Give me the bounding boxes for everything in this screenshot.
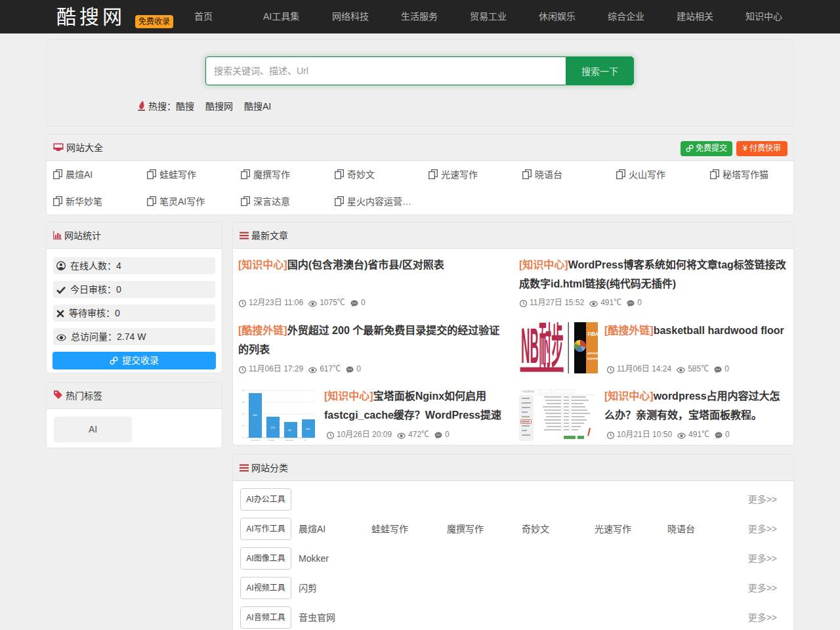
svg-text:0: 0 [243, 436, 244, 439]
svg-text:FIBA: FIBA [588, 331, 598, 337]
svg-text:opcache: opcache [285, 439, 293, 442]
svg-text:APPRVD: APPRVD [587, 352, 598, 355]
svg-text:EQUIPMT: EQUIPMT [587, 357, 598, 360]
svg-text:110: 110 [306, 427, 310, 430]
svg-text:98: 98 [288, 429, 291, 432]
svg-text:40: 40 [242, 389, 245, 392]
svg-text:30: 30 [242, 401, 245, 404]
svg-text:20: 20 [242, 413, 245, 415]
svg-text:□ 网站根目录: □ 网站根目录 [521, 390, 535, 393]
svg-text:all: all [304, 439, 306, 442]
svg-text:345: 345 [253, 413, 257, 417]
svg-text:fastcgi: fastcgi [268, 439, 275, 442]
svg-text:123: 123 [270, 426, 275, 429]
svg-text:no cache: no cache [251, 439, 260, 442]
svg-text:®: ® [561, 369, 564, 373]
svg-text:NB耐步: NB耐步 [521, 322, 564, 373]
svg-text:10: 10 [242, 425, 245, 427]
